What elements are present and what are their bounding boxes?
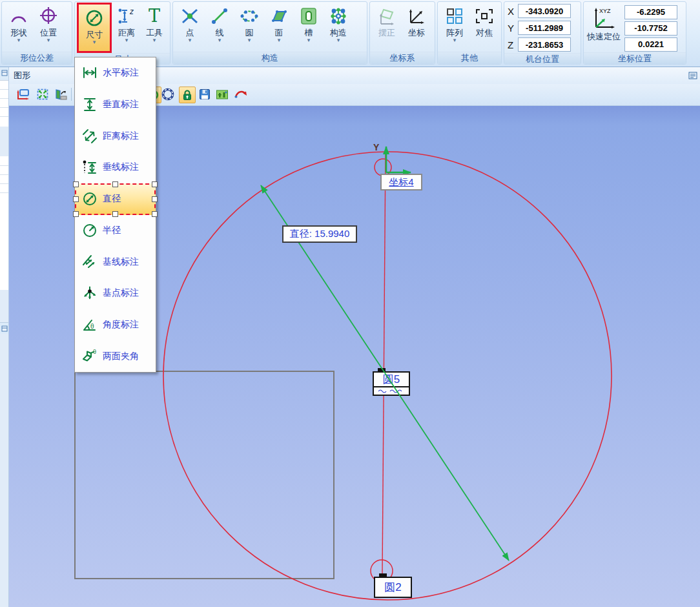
- distance-dim-icon: [79, 128, 100, 145]
- reset-view-icon: [15, 87, 31, 102]
- ribbon-group-dimension: 尺寸 ▾ z 距离 ▾ T: [74, 1, 170, 65]
- menu-item-basepoint-dim[interactable]: 基点标注: [75, 278, 156, 309]
- dimension-dropdown-menu: 水平标注 垂直标注 距离标注 垂线标注: [74, 57, 156, 373]
- label-anchor: [378, 368, 386, 371]
- perpendicular-dim-icon: [79, 159, 100, 176]
- reset-view-button[interactable]: [15, 87, 31, 102]
- menu-item-radius[interactable]: 半径: [75, 215, 156, 247]
- save-button[interactable]: [197, 87, 212, 102]
- point-button[interactable]: 点 ▾: [175, 3, 205, 43]
- focus-button[interactable]: 对焦: [469, 3, 499, 37]
- chevron-down-icon: ▾: [337, 37, 340, 43]
- dashed-ring-icon: [160, 87, 176, 102]
- selection-handle: [73, 211, 79, 217]
- tools-button[interactable]: T 工具 ▾: [141, 3, 168, 43]
- slot-button[interactable]: 槽 ▾: [294, 3, 324, 43]
- dihedral-angle-icon: θ: [79, 348, 100, 365]
- menu-item-distance-dim[interactable]: 距离标注: [75, 120, 156, 152]
- selection-rectangle: [74, 371, 335, 579]
- red-curved-arrow-icon: [232, 87, 248, 102]
- quick-x-value: -6.2295: [624, 5, 677, 19]
- construct-button[interactable]: 构造 ▾: [324, 3, 353, 43]
- menu-item-diameter[interactable]: 直径: [75, 183, 156, 215]
- svg-text:T: T: [149, 6, 160, 26]
- ribbon-group-tolerance: 形状 ▾ 位置 ▾ 形位公差: [1, 1, 72, 65]
- menu-item-dihedral-angle[interactable]: θ 两面夹角: [75, 340, 156, 372]
- group-label: 其他: [438, 52, 501, 64]
- chevron-down-icon: ▾: [307, 37, 311, 43]
- chevron-down-icon: ▾: [453, 37, 457, 43]
- chevron-down-icon: ▾: [189, 37, 192, 43]
- plane-button[interactable]: 面 ▾: [264, 3, 294, 43]
- ribbon-group-coordsys: 摆正 坐标 坐标系: [369, 1, 435, 65]
- coordinate4-label[interactable]: 坐标4: [380, 174, 422, 190]
- menu-item-perpendicular-dim[interactable]: 垂线标注: [75, 152, 156, 183]
- zoom-extents-button[interactable]: [35, 87, 50, 102]
- quick-position-button[interactable]: XYZ 快速定位: [587, 4, 621, 43]
- circle5-label[interactable]: 圆5: [373, 371, 410, 396]
- tab-graphic[interactable]: 图形: [9, 70, 30, 81]
- chevron-down-icon: ▾: [93, 39, 96, 45]
- shape-tolerance-button[interactable]: 形状 ▾: [4, 3, 34, 43]
- group-label: 机台位置: [504, 53, 581, 65]
- crosshair-circle-icon: [38, 5, 59, 28]
- selection-handle: [112, 181, 118, 187]
- panel-header-sliver: [0, 322, 8, 334]
- ring-tool-button[interactable]: [160, 87, 176, 102]
- array-button[interactable]: 阵列 ▾: [440, 3, 469, 43]
- ribbon-group-other: 阵列 ▾ 对焦 其他: [437, 1, 502, 65]
- focus-bracket-icon: [474, 5, 495, 28]
- circle2-label[interactable]: 圆2: [374, 577, 412, 598]
- flip-view-button[interactable]: [53, 87, 68, 102]
- dimension-button[interactable]: 尺寸 ▾: [79, 5, 110, 45]
- menu-item-horizontal-dim[interactable]: 水平标注: [75, 57, 156, 89]
- lock-toggle-button[interactable]: [179, 87, 196, 103]
- capture-image-button[interactable]: [214, 87, 230, 102]
- redo-rotate-button[interactable]: [232, 87, 248, 102]
- plane-icon: [269, 5, 289, 28]
- panel-header-sliver: [0, 67, 8, 80]
- selection-handle: [152, 211, 158, 217]
- group-label: 坐标系: [370, 52, 435, 64]
- machine-x-value: -343.0920: [518, 4, 571, 18]
- horizontal-dim-icon: [79, 65, 100, 81]
- menu-item-baseline-dim[interactable]: 基线标注: [75, 246, 156, 278]
- ribbon-group-coordinate-position: XYZ 快速定位 -6.2295 -10.7752 0.0221 坐标位置: [583, 1, 686, 65]
- position-tolerance-button[interactable]: 位置 ▾: [34, 3, 63, 43]
- chevron-down-icon: ▾: [47, 37, 50, 43]
- left-docked-panel-sliver: [0, 67, 9, 607]
- chevron-down-icon: ▾: [248, 37, 251, 43]
- diameter-value-label[interactable]: 直径: 15.9940: [282, 225, 357, 243]
- slot-icon: [298, 5, 319, 28]
- construct-molecule-icon: [328, 5, 349, 28]
- coordinate-button[interactable]: 坐标: [402, 3, 431, 37]
- image-icon: [214, 87, 230, 102]
- line-button[interactable]: 线 ▾: [205, 3, 234, 43]
- menu-item-angle-dim[interactable]: θ 角度标注: [75, 309, 156, 341]
- radius-icon: [79, 222, 100, 239]
- quick-z-value: 0.0221: [624, 37, 677, 52]
- chevron-down-icon: ▾: [153, 37, 156, 43]
- selection-handle: [152, 196, 158, 202]
- angle-dim-icon: θ: [79, 316, 100, 333]
- ribbon-group-machine-position: X -343.0920 Y -511.2989 Z -231.8653 机台位置: [504, 1, 581, 65]
- label-anchor: [379, 573, 387, 577]
- baseline-dim-icon: [79, 254, 100, 271]
- panel-list-icon[interactable]: [688, 71, 697, 80]
- align-button[interactable]: 摆正: [372, 3, 402, 37]
- circle-button[interactable]: 圆 ▾: [234, 3, 264, 43]
- menu-item-vertical-dim[interactable]: 垂直标注: [75, 89, 156, 121]
- line-icon: [209, 5, 230, 28]
- machine-y-value: -511.2989: [518, 21, 571, 35]
- distance-button[interactable]: z 距离 ▾: [112, 3, 141, 43]
- diameter-icon: [79, 190, 100, 207]
- circle-dots-icon: [239, 5, 260, 28]
- squiggle-marks: [377, 388, 406, 394]
- panel-icon: [1, 70, 8, 76]
- svg-text:θ: θ: [90, 323, 94, 330]
- point-icon: [180, 5, 200, 28]
- circle5-sublabel: [374, 387, 409, 395]
- machine-z-value: -231.8653: [518, 37, 571, 52]
- flip-view-icon: [53, 87, 68, 102]
- arc-shape-icon: [8, 5, 29, 28]
